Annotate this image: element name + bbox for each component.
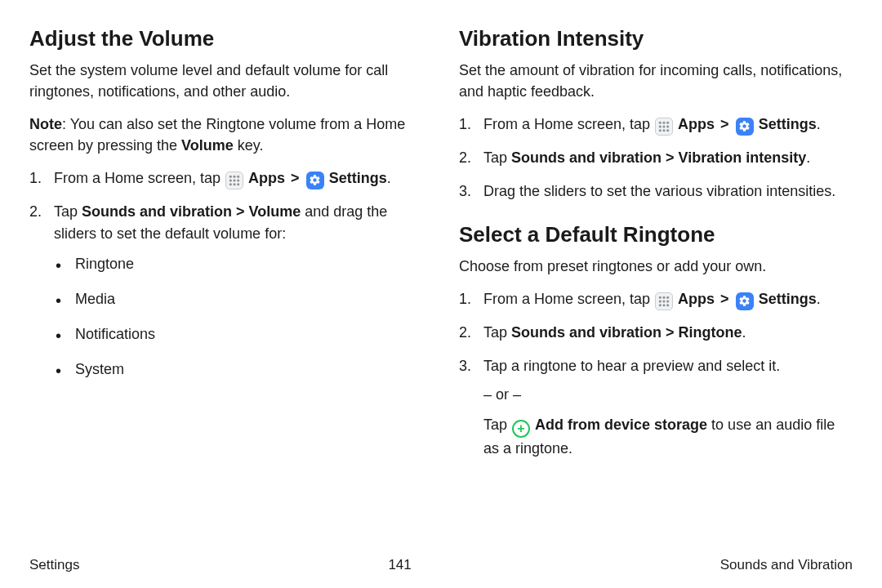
settings-label: Settings [329,170,387,186]
period: . [387,170,391,186]
left-column: Adjust the Volume Set the system volume … [29,26,423,549]
svg-point-12 [659,126,662,128]
svg-point-25 [663,304,666,306]
step-3: Drag the sliders to set the various vibr… [459,180,853,203]
svg-point-5 [237,180,239,182]
bullet-media: Media [54,288,423,310]
svg-point-23 [666,301,669,303]
svg-point-18 [659,296,662,299]
steps-adjust-volume: From a Home screen, tap Apps > Settings.… [29,167,423,381]
apps-icon [655,292,673,310]
volume-bullets: Ringtone Media Notifications System [54,253,423,381]
or-divider: – or – [483,384,853,406]
svg-point-19 [663,296,666,299]
steps-ringtone: From a Home screen, tap Apps > Settings.… [459,288,853,460]
heading-vibration: Vibration Intensity [459,26,853,51]
step-bold: Sounds and vibration > Vibration intensi… [511,149,806,166]
step-text: From a Home screen, tap [483,291,654,307]
svg-point-11 [666,122,669,124]
intro-ringtone: Choose from preset ringtones or add your… [459,256,853,277]
step-2: Tap Sounds and vibration > Vibration int… [459,147,853,169]
step-text: Tap [54,203,82,220]
note-tail: key. [234,137,264,154]
steps-vibration: From a Home screen, tap Apps > Settings.… [459,114,853,203]
settings-label: Settings [759,116,817,132]
step-text: From a Home screen, tap [483,116,654,132]
bullet-notifications: Notifications [54,323,423,345]
step-bold: Sounds and vibration > Volume [82,203,301,220]
apps-label: Apps [678,291,715,307]
heading-ringtone: Select a Default Ringtone [459,222,853,247]
step-3-alt: Tap + Add from device storage to use an … [483,414,853,460]
step-text: Tap a ringtone to hear a preview and sel… [483,358,780,374]
note-label: Note [29,116,62,132]
alt-text-a: Tap [483,416,511,433]
svg-point-13 [663,126,666,128]
chevron: > [720,116,729,132]
note-bold: Volume [181,137,234,154]
svg-point-2 [237,176,239,178]
svg-point-4 [234,180,236,182]
svg-point-0 [229,176,232,178]
footer-page-number: 141 [388,557,411,573]
settings-label: Settings [759,291,817,307]
step-1: From a Home screen, tap Apps > Settings. [459,114,853,136]
step-text: Tap [483,149,511,166]
svg-point-10 [663,122,666,124]
bullet-ringtone: Ringtone [54,253,423,275]
svg-point-1 [234,176,236,178]
alt-bold: Add from device storage [535,416,707,433]
footer-left: Settings [29,557,79,573]
section-ringtone: Select a Default Ringtone Choose from pr… [459,222,853,460]
period: . [817,291,821,307]
settings-icon [736,118,754,136]
right-column: Vibration Intensity Set the amount of vi… [459,26,853,549]
heading-adjust-volume: Adjust the Volume [29,26,423,51]
step-2: Tap Sounds and vibration > Ringtone. [459,322,853,344]
svg-point-8 [237,184,239,186]
svg-point-14 [666,126,669,128]
svg-point-26 [666,304,669,306]
intro-adjust-volume: Set the system volume level and default … [29,60,423,102]
step-text: From a Home screen, tap [54,170,225,186]
chevron: > [291,170,300,186]
section-vibration: Vibration Intensity Set the amount of vi… [459,26,853,203]
apps-label: Apps [248,170,285,186]
svg-point-21 [659,301,662,303]
svg-point-6 [229,184,232,186]
page-content: Adjust the Volume Set the system volume … [29,26,853,549]
page-footer: Settings 141 Sounds and Vibration [29,549,853,573]
bullet-system: System [54,359,423,381]
period: . [806,149,810,166]
section-adjust-volume: Adjust the Volume Set the system volume … [29,26,423,381]
note-adjust-volume: Note: You can also set the Ringtone volu… [29,114,423,156]
period: . [742,324,746,341]
intro-vibration: Set the amount of vibration for incoming… [459,60,853,102]
step-1: From a Home screen, tap Apps > Settings. [459,288,853,310]
add-icon: + [512,420,530,438]
svg-point-9 [659,122,662,124]
svg-point-3 [229,180,232,182]
settings-icon [306,172,324,189]
step-3: Tap a ringtone to hear a preview and sel… [459,355,853,460]
svg-point-24 [659,304,662,306]
svg-point-22 [663,301,666,303]
step-1: From a Home screen, tap Apps > Settings. [29,167,423,189]
apps-icon [225,172,243,189]
step-text: Tap [483,324,511,341]
svg-point-15 [659,129,662,131]
svg-point-16 [663,129,666,131]
apps-icon [655,118,673,136]
step-2: Tap Sounds and vibration > Volume and dr… [29,201,423,381]
svg-point-7 [234,184,236,186]
period: . [817,116,821,132]
step-bold: Sounds and vibration > Ringtone [511,324,742,341]
footer-right: Sounds and Vibration [720,557,853,573]
settings-icon [736,292,754,310]
svg-point-17 [666,129,669,131]
svg-point-20 [666,296,669,299]
chevron: > [720,291,729,307]
apps-label: Apps [678,116,715,132]
